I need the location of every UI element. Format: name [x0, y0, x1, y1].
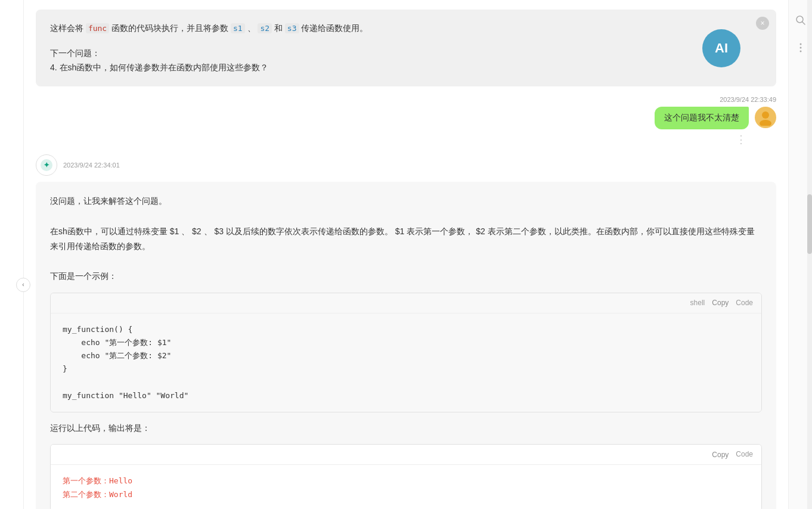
svg-point-6 — [799, 44, 801, 45]
user-message-inner: 这个问题我不太清楚 — [655, 107, 776, 129]
svg-line-5 — [802, 22, 805, 25]
var2b: $2 — [476, 226, 485, 236]
ai-response-block: ✦ 2023/9/24 22:34:01 没问题，让我来解答这个问题。 在sh函… — [36, 154, 776, 509]
chatgpt-icon: ✦ — [40, 159, 53, 172]
var1: $1 — [170, 226, 179, 236]
example-label: 下面是一个示例： — [50, 269, 762, 284]
user-bubble: 这个问题我不太清楚 — [655, 107, 749, 129]
para1-after: 以及后续的数字依次表示传递给函数的参数。 — [224, 226, 395, 236]
user-message-row: 2023/9/24 22:33:49 这个问题我不太清楚 — [36, 96, 776, 129]
output-block-wrapper: Copy Code 第一个参数：Hello 第二个参数：World — [50, 444, 762, 509]
var1b: $1 — [395, 226, 405, 236]
scrollbar-track — [807, 0, 812, 509]
top-message-text: 这样会将 func 函数的代码块执行，并且将参数 s1 、 s2 和 s3 传递… — [50, 21, 762, 36]
left-sidebar: ‹ — [0, 0, 24, 509]
svg-text:✦: ✦ — [44, 161, 49, 169]
para1-mid1: 、 — [179, 226, 192, 236]
code-block-wrapper: shell Copy Code my_function() { echo "第一… — [50, 293, 762, 412]
var3: $3 — [214, 226, 224, 236]
next-question-text: 4. 在sh函数中，如何传递参数并在函数内部使用这些参数？ — [50, 61, 762, 75]
output-line-1: 第一个参数：Hello — [63, 474, 749, 488]
para1-mid3: 表示第一个参数， — [404, 226, 476, 236]
svg-point-7 — [799, 47, 801, 49]
text-end: 传递给函数使用。 — [299, 23, 368, 33]
scrollbar-thumb[interactable] — [807, 194, 812, 254]
right-tools — [788, 0, 812, 509]
ai-message-top-block: × AI 这样会将 func 函数的代码块执行，并且将参数 s1 、 s2 和 … — [36, 10, 776, 86]
svg-point-0 — [762, 111, 769, 119]
var2: $2 — [192, 226, 202, 236]
param-s3: s3 — [285, 23, 299, 33]
para1-before: 在sh函数中，可以通过特殊变量 — [50, 226, 170, 236]
ai-timestamp: 2023/9/24 22:34:01 — [63, 162, 120, 169]
ai-response-header: ✦ 2023/9/24 22:34:01 — [36, 154, 776, 176]
svg-point-8 — [799, 51, 801, 52]
ai-response-icon: ✦ — [36, 154, 57, 176]
close-button[interactable]: × — [756, 17, 769, 30]
next-question-block: 下一个问题： 4. 在sh函数中，如何传递参数并在函数内部使用这些参数？ — [50, 46, 762, 75]
collapse-button[interactable]: ‹ — [16, 278, 30, 292]
copy-code-button[interactable]: Copy — [709, 297, 731, 308]
copy-output-button[interactable]: Copy — [709, 449, 731, 460]
ai-intro: 没问题，让我来解答这个问题。 — [50, 194, 762, 209]
main-content: × AI 这样会将 func 函数的代码块执行，并且将参数 s1 、 s2 和 … — [24, 0, 788, 509]
code-func: func — [86, 23, 109, 33]
text-sep1: 、 — [245, 23, 258, 33]
ai-para1: 在sh函数中，可以通过特殊变量 $1 、 $2 、 $3 以及后续的数字依次表示… — [50, 224, 762, 254]
svg-point-1 — [760, 120, 771, 126]
text-before-func: 这样会将 — [50, 23, 86, 33]
text-sep2: 和 — [272, 23, 285, 33]
para1-mid2: 、 — [202, 226, 215, 236]
code-block-header: shell Copy Code — [51, 293, 761, 314]
next-label: 下一个问题： — [50, 46, 762, 61]
user-avatar — [755, 107, 776, 128]
user-timestamp: 2023/9/24 22:33:49 — [720, 96, 776, 103]
ai-avatar-top: AI — [702, 29, 740, 67]
text-after-func: 函数的代码块执行，并且将参数 — [109, 23, 231, 33]
message-more-icon[interactable]: ⋮ — [736, 133, 746, 146]
more-tool-icon[interactable] — [792, 39, 809, 56]
code-lang: shell — [690, 297, 705, 310]
ai-response-content: 没问题，让我来解答这个问题。 在sh函数中，可以通过特殊变量 $1 、 $2 、… — [36, 182, 776, 509]
code-label: Code — [736, 297, 753, 310]
user-avatar-icon — [757, 109, 774, 126]
output-line-2: 第二个参数：World — [63, 488, 749, 501]
output-code-label: Code — [736, 448, 753, 461]
param-s2: s2 — [258, 23, 272, 33]
run-label: 运行以上代码，输出将是： — [50, 421, 762, 436]
code-content: my_function() { echo "第一个参数: $1" echo "第… — [51, 314, 761, 412]
output-block-header: Copy Code — [51, 445, 761, 465]
param-s1: s1 — [231, 23, 245, 33]
output-content: 第一个参数：Hello 第二个参数：World — [51, 465, 761, 509]
search-tool-icon[interactable] — [792, 12, 809, 29]
